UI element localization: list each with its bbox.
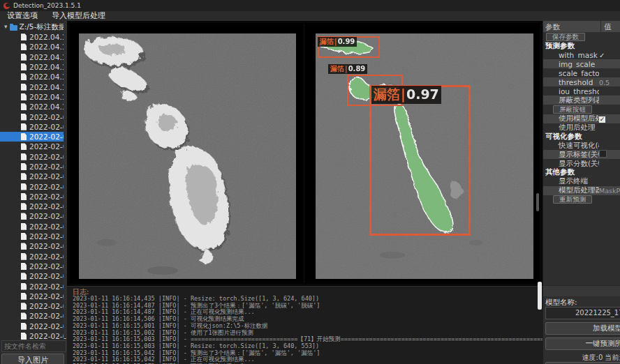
tree-file-item[interactable]: 2022-02-0... bbox=[0, 181, 67, 191]
tree-file-item[interactable]: 2022-02-0... bbox=[0, 152, 67, 162]
tree-file-item[interactable]: 2022-02-0... bbox=[0, 122, 67, 132]
tree-file-item[interactable]: 2022-02-0... bbox=[0, 142, 67, 151]
param-row: img_scale bbox=[543, 59, 620, 68]
param-row: 屏蔽类型列表 bbox=[543, 96, 620, 105]
params-section-title: 其他参数 bbox=[543, 168, 620, 177]
checkbox-checked[interactable]: ✓ bbox=[599, 116, 605, 123]
tree-file-label: 2022.04.12... bbox=[29, 63, 67, 71]
tree-file-item[interactable]: 2022-02-0... bbox=[0, 112, 67, 121]
tree-file-item[interactable]: 2022-02-0... bbox=[0, 232, 67, 241]
document-icon bbox=[21, 312, 27, 319]
param-value-text: MaskPostPro bbox=[599, 187, 620, 195]
tree-file-item[interactable]: 2022-02-0... bbox=[0, 222, 67, 232]
tree-file-item[interactable]: 2022-02-0... bbox=[0, 241, 67, 251]
tree-file-label: 2022.04.12... bbox=[29, 53, 67, 61]
tree-file-item[interactable]: 2022-02-0... bbox=[0, 261, 67, 271]
tree-file-item[interactable]: 2022.04.12... bbox=[0, 102, 67, 112]
params-header-value: 值 bbox=[601, 21, 620, 32]
tree-file-item[interactable]: 2022.04.12... bbox=[0, 42, 67, 52]
tree-file-label: 2022-02-0... bbox=[29, 232, 67, 241]
tree-file-label: 2022-02-0... bbox=[29, 272, 67, 280]
param-name: 显示标签(关键点) bbox=[543, 150, 599, 160]
document-icon bbox=[21, 193, 27, 200]
tree-file-item[interactable]: 2022.04.12... bbox=[0, 82, 67, 91]
param-name: scale_factor bbox=[543, 69, 599, 77]
document-icon bbox=[21, 63, 27, 70]
param-name: with_mask bbox=[543, 51, 599, 59]
tree-file-item[interactable]: 2022-02-0... bbox=[0, 321, 67, 331]
tree-file-item[interactable]: 2022-02-0... bbox=[0, 271, 67, 281]
params-scrollbar-thumb[interactable] bbox=[536, 193, 539, 211]
tree-file-label: 2022-02-0... bbox=[29, 252, 67, 261]
tree-file-item[interactable]: 2022-02-0... bbox=[0, 311, 67, 321]
document-icon bbox=[21, 293, 27, 300]
tree-file-label: 2022-02-0... bbox=[29, 192, 67, 201]
tree-file-item[interactable]: 2022-02-0... bbox=[0, 252, 67, 261]
tree-file-item[interactable]: 2022.04.12... bbox=[0, 32, 67, 42]
document-icon bbox=[21, 243, 27, 250]
document-icon bbox=[21, 173, 27, 180]
tree-file-label: 2022-02-0... bbox=[29, 292, 67, 301]
check-mark-icon: ✓ bbox=[599, 52, 605, 59]
document-icon bbox=[21, 333, 27, 340]
tree-file-item[interactable]: 2022-02-0... bbox=[0, 291, 67, 301]
document-icon bbox=[21, 73, 27, 80]
params-section-title: 预测参数 bbox=[543, 42, 620, 51]
import-image-button[interactable]: 导入图片 bbox=[1, 354, 64, 364]
param-name: 显示终端 bbox=[543, 176, 599, 186]
tree-file-item[interactable]: 2022-02-0... bbox=[0, 202, 67, 211]
tree-file-item[interactable]: 2022-02-0... bbox=[0, 281, 67, 291]
tree-file-item[interactable]: 2022-02-0... bbox=[0, 132, 67, 142]
tree-file-item[interactable]: 2022.04.12... bbox=[0, 92, 67, 102]
original-image bbox=[79, 33, 296, 279]
save-params-button[interactable]: 保存参数 bbox=[546, 33, 585, 41]
param-name: 快速可视化(检测) bbox=[543, 141, 599, 151]
tree-file-label: 2022-02-0... bbox=[29, 113, 67, 121]
document-icon bbox=[21, 233, 27, 240]
tree-file-item[interactable]: 2022.04.12... bbox=[0, 62, 67, 72]
tree-file-item[interactable]: 2022-02-0... bbox=[0, 172, 67, 181]
tree-file-item[interactable]: 2022-02-0... bbox=[0, 192, 67, 202]
document-icon bbox=[21, 123, 27, 130]
app-logo-icon bbox=[3, 3, 10, 9]
document-icon bbox=[21, 213, 27, 220]
tree-file-label: 2022.04.12... bbox=[29, 83, 67, 91]
tree-file-label: 2022-02-0... bbox=[29, 153, 67, 161]
tree-file-item[interactable]: 2022.04.12... bbox=[0, 52, 67, 62]
tree-file-item[interactable]: 2022.04.12... bbox=[0, 72, 67, 82]
document-icon bbox=[21, 183, 27, 190]
re-predict-button[interactable]: 重新预测 bbox=[553, 195, 592, 204]
document-icon bbox=[21, 33, 27, 40]
menu-import-model-postprocess[interactable]: 导入模型后处理 bbox=[45, 11, 112, 21]
tree-file-item[interactable]: 2022-02-0... bbox=[0, 211, 67, 221]
title-bar: Detection_2023.1.5.1 bbox=[0, 0, 620, 11]
document-icon bbox=[21, 303, 27, 310]
tree-file-label: 2022-02-0... bbox=[29, 302, 67, 310]
parameters-panel: 参数 值 保存参数预测参数with_mask✓img_scalescale_fa… bbox=[542, 21, 620, 364]
mask-toggle-button[interactable]: 屏蔽按钮 bbox=[553, 105, 592, 114]
menu-settings-options[interactable]: 设置选项 bbox=[0, 11, 45, 21]
param-value: ✓ bbox=[599, 114, 620, 123]
tree-root-label: Z:/5-标注数据/... bbox=[20, 22, 67, 32]
tree-file-label: 2022.04.12... bbox=[29, 43, 67, 51]
tree-file-label: 2022.04.12... bbox=[29, 73, 67, 81]
tree-file-label: 2022-02-0... bbox=[29, 202, 67, 211]
param-name: threshold bbox=[543, 78, 599, 86]
param-row: iou_threshold bbox=[543, 86, 620, 96]
param-row: 显示终端 bbox=[543, 177, 620, 186]
checkbox-unchecked[interactable] bbox=[599, 150, 607, 158]
param-name: iou_threshold bbox=[543, 87, 599, 96]
filename-search-input[interactable] bbox=[1, 340, 66, 352]
tree-file-item[interactable]: 2022-02-0... bbox=[0, 331, 67, 340]
document-icon bbox=[21, 153, 27, 160]
model-name-field[interactable]: 20221225_174813 bbox=[545, 307, 620, 319]
tree-file-item[interactable]: 2022-02-0... bbox=[0, 162, 67, 172]
tree-root-folder[interactable]: ▾ Z:/5-标注数据/... bbox=[0, 22, 67, 31]
predict-all-button[interactable]: 一键预测所有 bbox=[545, 338, 620, 350]
log-scrollbar-thumb[interactable] bbox=[538, 282, 542, 310]
chevron-down-icon[interactable]: ▾ bbox=[4, 22, 8, 31]
tree-file-label: 2022.04.12... bbox=[29, 93, 67, 101]
tree-file-item[interactable]: 2022-02-0... bbox=[0, 301, 67, 311]
load-model-button[interactable]: 加载模型 bbox=[545, 322, 620, 335]
param-row: 显示分数(关键点) bbox=[543, 159, 620, 168]
